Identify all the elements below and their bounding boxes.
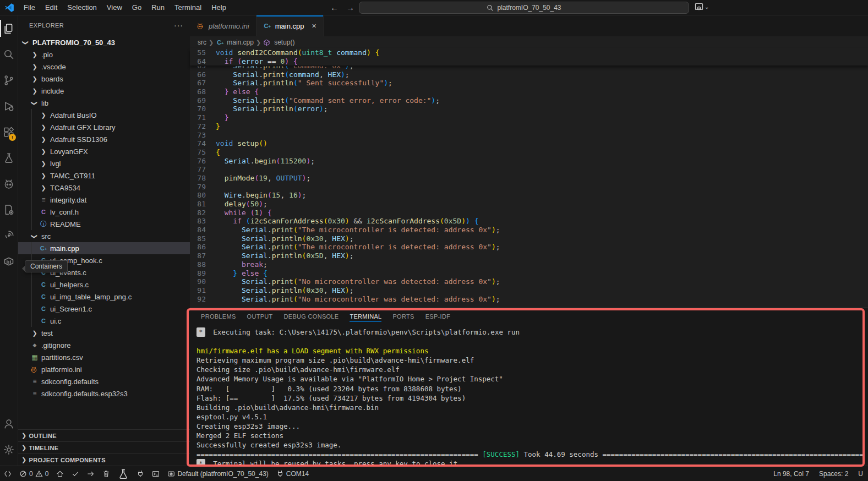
pio-terminal-button[interactable]: [148, 466, 163, 481]
tree-item-src[interactable]: ❯src: [18, 230, 190, 242]
tree-item-adafruit-gfx-library[interactable]: ❯Adafruit GFX Library: [18, 121, 190, 133]
explorer-icon[interactable]: [0, 15, 18, 41]
pio-build-button[interactable]: [68, 466, 83, 481]
tab-platformio-ini[interactable]: platformio.ini: [190, 15, 256, 36]
terminal-output[interactable]: * Executing task: C:\Users\14175\.platfo…: [196, 327, 865, 463]
code-line-86[interactable]: 86 Serial.print("The microcontroller is …: [190, 243, 868, 252]
code-line-90[interactable]: 90 Serial.print("No microcontroller was …: [190, 277, 868, 286]
remote-indicator[interactable]: [0, 466, 15, 481]
nav-forward-button[interactable]: →: [346, 3, 354, 12]
pio-env-selector[interactable]: Default (platfromIO_70_50_43): [163, 466, 272, 481]
tree-item-partitions-csv[interactable]: ▦partitions.csv: [18, 351, 190, 363]
tree-item-sdkconfig-defaults[interactable]: ≡sdkconfig.defaults: [18, 375, 190, 387]
explorer-more-actions-button[interactable]: ···: [174, 21, 183, 30]
tree-item-platformio-ini[interactable]: platformio.ini: [18, 363, 190, 375]
code-line-69[interactable]: 69 Serial.print("Command sent error, err…: [190, 96, 868, 105]
code-line-66[interactable]: 66 Serial.print(command, HEX);: [190, 70, 868, 79]
tree-item--pio[interactable]: ❯.pio: [18, 48, 190, 61]
code-line-78[interactable]: 78 pinMode(19, OUTPUT);: [190, 174, 868, 183]
breadcrumb-src[interactable]: src: [198, 39, 206, 46]
menu-selection[interactable]: Selection: [62, 0, 101, 15]
code-line-76[interactable]: 76 Serial.begin(115200);: [190, 157, 868, 166]
tree-item-tca9534[interactable]: ❯TCA9534: [18, 182, 190, 194]
breadcrumb-setup-[interactable]: setup(): [263, 39, 294, 46]
serial-port-selector[interactable]: COM14: [272, 466, 313, 481]
code-line-65[interactable]: 65 Serial.print("Command: 0x");: [190, 66, 868, 70]
tree-item-tamc-gt911[interactable]: ❯TAMC_GT911: [18, 170, 190, 182]
code-line-64[interactable]: 64 if (error == 0) {: [190, 57, 868, 66]
close-icon[interactable]: ×: [312, 21, 316, 30]
code-line-68[interactable]: 68 } else {: [190, 88, 868, 96]
tree-item-lvgl[interactable]: ❯lvgl: [18, 157, 190, 170]
nav-back-button[interactable]: ←: [330, 3, 339, 12]
tree-item-ui-screen1-c[interactable]: Cui_Screen1.c: [18, 303, 190, 315]
tree-item-ui-img-table-lamp-png-c[interactable]: Cui_img_table_lamp_png.c: [18, 291, 190, 303]
code-line-73[interactable]: 73: [190, 131, 868, 140]
menu-terminal[interactable]: Terminal: [170, 0, 206, 15]
menu-run[interactable]: Run: [146, 0, 170, 15]
section-timeline[interactable]: ❯TIMELINE: [18, 441, 190, 453]
tree-item-ui-c[interactable]: Cui.c: [18, 315, 190, 327]
code-line-77[interactable]: 77: [190, 165, 868, 174]
menu-help[interactable]: Help: [206, 0, 231, 15]
code-line-75[interactable]: 75{: [190, 148, 868, 157]
code-editor[interactable]: 65 Serial.print("Command: 0x");66 Serial…: [190, 66, 868, 307]
panel-tab-debug-console[interactable]: DEBUG CONSOLE: [280, 312, 343, 323]
tree-item-include[interactable]: ❯include: [18, 85, 190, 97]
tree-item-integrity-dat[interactable]: ≡integrity.dat: [18, 194, 190, 206]
code-line-71[interactable]: 71 }: [190, 113, 868, 122]
code-line-88[interactable]: 88 break;: [190, 260, 868, 269]
esp-idf-icon[interactable]: [0, 196, 18, 222]
search-icon[interactable]: [0, 41, 18, 67]
code-line-83[interactable]: 83 if (i2cScanForAddress(0x30) && i2cSca…: [190, 217, 868, 226]
tree-item-adafruit-busio[interactable]: ❯Adafruit BusIO: [18, 109, 190, 121]
encoding[interactable]: U: [853, 466, 868, 481]
menu-file[interactable]: File: [19, 0, 40, 15]
panel-tab-output[interactable]: OUTPUT: [243, 312, 277, 323]
code-line-79[interactable]: 79: [190, 183, 868, 192]
command-center-search[interactable]: platfromIO_70_50_43: [359, 2, 689, 14]
tree-item-platfromio-70-50-43[interactable]: ❯PLATFROMIO_70_50_43: [18, 36, 190, 48]
account-icon[interactable]: [0, 411, 18, 436]
panel-tab-esp-idf[interactable]: ESP-IDF: [421, 312, 455, 323]
panel-tab-terminal[interactable]: TERMINAL: [345, 312, 386, 323]
run-debug-icon[interactable]: [0, 93, 18, 119]
tree-item-ui-helpers-c[interactable]: Cui_helpers.c: [18, 278, 190, 291]
tree-item-main-cpp[interactable]: C+main.cpp: [18, 242, 190, 254]
problems-status[interactable]: 00: [15, 466, 52, 481]
tab-main-cpp[interactable]: C+main.cpp×: [256, 15, 324, 36]
tree-item-sdkconfig-defaults-esp32s3[interactable]: ≡sdkconfig.defaults.esp32s3: [18, 387, 190, 400]
indentation[interactable]: Spaces: 2: [814, 466, 853, 481]
code-line-74[interactable]: 74void setup(): [190, 139, 868, 148]
espressif-icon[interactable]: [0, 222, 18, 248]
tree-item-lv-conf-h[interactable]: Clv_conf.h: [18, 206, 190, 218]
tree-item--vscode[interactable]: ❯.vscode: [18, 61, 190, 73]
pio-upload-button[interactable]: [83, 466, 99, 481]
section-project-components[interactable]: ❯PROJECT COMPONENTS: [18, 453, 190, 466]
tree-item-lib[interactable]: ❯lib: [18, 97, 190, 109]
source-control-icon[interactable]: [0, 67, 18, 93]
tree-item-adafruit-ssd1306[interactable]: ❯Adafruit SSD1306: [18, 133, 190, 145]
code-line-67[interactable]: 67 Serial.println(" Sent successfully");: [190, 79, 868, 88]
layout-control[interactable]: ⌄: [695, 2, 709, 11]
platformio-icon[interactable]: [0, 171, 18, 196]
code-line-91[interactable]: 91 Serial.println(0x30, HEX);: [190, 286, 868, 295]
cursor-position[interactable]: Ln 98, Col 7: [768, 466, 814, 481]
code-line-80[interactable]: 80 Wire.begin(15, 16);: [190, 191, 868, 200]
code-line-84[interactable]: 84 Serial.print("The microcontroller is …: [190, 226, 868, 234]
containers-icon[interactable]: [0, 248, 18, 274]
code-line-81[interactable]: 81 delay(50);: [190, 200, 868, 209]
code-line-85[interactable]: 85 Serial.println(0x30, HEX);: [190, 234, 868, 243]
tree-item-test[interactable]: ❯test: [18, 327, 190, 339]
pio-monitor-button[interactable]: [133, 466, 148, 481]
tree-item-lovyangfx[interactable]: ❯LovyanGFX: [18, 145, 190, 157]
test-icon[interactable]: [0, 145, 18, 171]
breadcrumb-main-cpp[interactable]: C+main.cpp: [216, 39, 254, 46]
menu-view[interactable]: View: [102, 0, 127, 15]
settings-gear-icon[interactable]: [0, 436, 18, 462]
extensions-icon[interactable]: !: [0, 119, 18, 145]
code-line-55[interactable]: 55void sendI2CCommand(uint8_t command) {: [190, 48, 868, 57]
pio-home-button[interactable]: [52, 466, 68, 481]
code-line-87[interactable]: 87 Serial.println(0x5D, HEX);: [190, 252, 868, 260]
code-line-82[interactable]: 82 while (1) {: [190, 209, 868, 217]
